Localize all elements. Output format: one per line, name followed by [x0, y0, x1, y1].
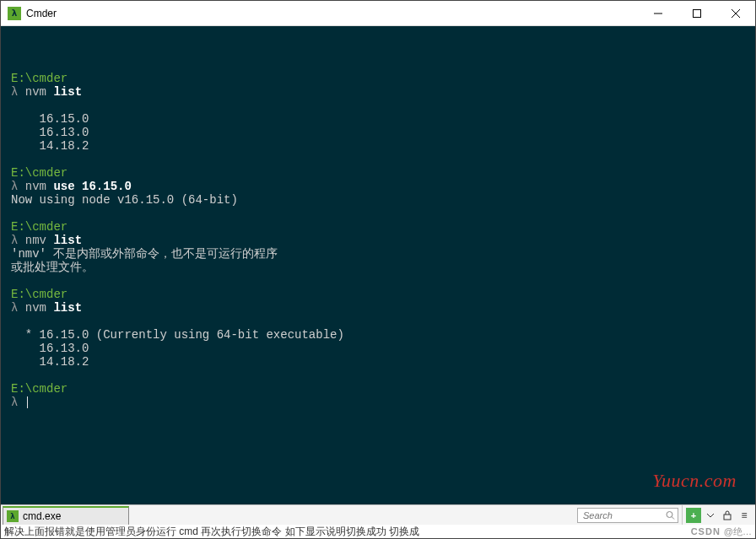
maximize-icon — [693, 9, 701, 18]
tab-label: cmd.exe — [23, 510, 61, 522]
new-tab-dropdown[interactable] — [703, 508, 718, 523]
search-wrap — [574, 505, 682, 525]
output-line — [11, 315, 745, 328]
command-line[interactable]: λ nvm use 16.15.0 — [11, 180, 745, 193]
command-line[interactable]: λ nvm list — [11, 301, 745, 315]
menu-button[interactable]: ≡ — [737, 508, 752, 523]
footer-user: @绝… — [724, 526, 752, 538]
output-line — [11, 207, 745, 220]
statusbar-spacer — [129, 505, 574, 525]
lock-button[interactable] — [720, 508, 735, 523]
close-icon — [732, 9, 740, 18]
terminal-viewport[interactable]: E:\cmderλ nvm list 16.15.0 16.13.0 14.18… — [1, 26, 755, 504]
app-icon: λ — [8, 7, 21, 20]
prompt-path: E:\cmder — [11, 220, 745, 234]
window-controls — [639, 1, 755, 25]
titlebar[interactable]: λ Cmder — [1, 1, 755, 26]
statusbar-controls: + ≡ — [682, 505, 755, 525]
output-line: 或批处理文件。 — [11, 261, 745, 274]
prompt-path: E:\cmder — [11, 72, 745, 85]
output-line: Now using node v16.15.0 (64-bit) — [11, 193, 745, 207]
output-line: 14.18.2 — [11, 139, 745, 153]
search-input[interactable] — [577, 508, 678, 523]
footer-caption: 解决上面报错就是使用管理员身份运行 cmd 再次执行切换命令 如下显示说明切换成… — [1, 525, 755, 538]
minimize-icon — [654, 9, 662, 18]
svg-rect-1 — [694, 9, 701, 17]
close-button[interactable] — [716, 1, 755, 25]
app-window: λ Cmder E:\cmderλ nvm list 16.15.0 16.13… — [0, 0, 756, 539]
output-line: 16.13.0 — [11, 342, 745, 355]
footer-attribution: CSDN @绝… — [691, 526, 752, 538]
svg-rect-6 — [724, 515, 731, 520]
command-line[interactable]: λ — [11, 396, 745, 409]
output-line — [11, 99, 745, 112]
maximize-button[interactable] — [678, 1, 716, 25]
output-line — [11, 153, 745, 166]
footer-logo: CSDN — [691, 526, 721, 536]
watermark-text: Yuucn.com — [652, 474, 737, 488]
text-cursor — [27, 396, 28, 408]
command-line[interactable]: λ nvm list — [11, 85, 745, 99]
prompt-path: E:\cmder — [11, 288, 745, 301]
output-line: * 16.15.0 (Currently using 64-bit execut… — [11, 328, 745, 342]
output-line: 'nmv' 不是内部或外部命令，也不是可运行的程序 — [11, 247, 745, 261]
output-line: 16.13.0 — [11, 126, 745, 139]
output-line — [11, 369, 745, 382]
output-line — [11, 274, 745, 288]
lock-icon — [723, 510, 732, 520]
minimize-button[interactable] — [639, 1, 678, 25]
chevron-down-icon — [707, 512, 714, 519]
prompt-path: E:\cmder — [11, 382, 745, 396]
statusbar: λ cmd.exe + ≡ — [1, 504, 755, 525]
new-tab-button[interactable]: + — [686, 508, 701, 523]
prompt-path: E:\cmder — [11, 166, 745, 180]
window-title: Cmder — [26, 8, 639, 19]
console-tab[interactable]: λ cmd.exe — [3, 506, 129, 525]
output-line: 16.15.0 — [11, 112, 745, 126]
output-line: 14.18.2 — [11, 355, 745, 369]
footer-text: 解决上面报错就是使用管理员身份运行 cmd 再次执行切换命令 如下显示说明切换成… — [4, 525, 419, 538]
tab-icon: λ — [7, 510, 19, 522]
command-line[interactable]: λ nmv list — [11, 234, 745, 247]
